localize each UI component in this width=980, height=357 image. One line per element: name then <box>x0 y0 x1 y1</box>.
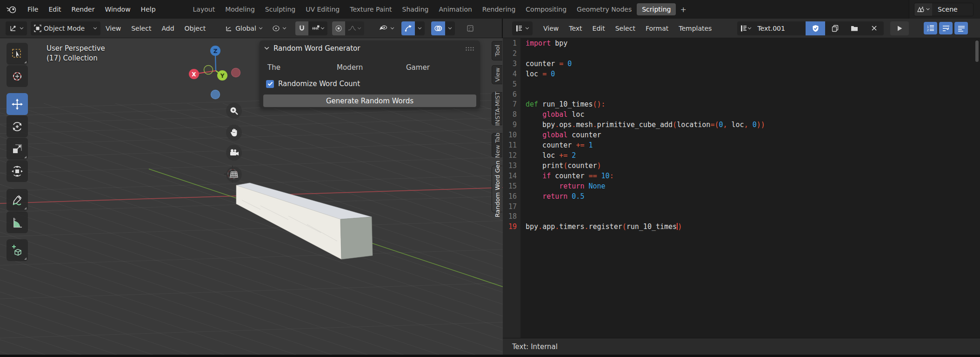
workspace-tab-scripting[interactable]: Scripting <box>637 3 676 15</box>
visibility-dropdown[interactable] <box>375 21 398 35</box>
axis-neg-z-handle[interactable] <box>211 90 220 99</box>
menu-render[interactable]: Render <box>67 6 100 13</box>
show-gizmo-toggle[interactable] <box>401 21 415 35</box>
axis-neg-x-handle[interactable] <box>232 68 240 77</box>
workspace-tab-geometry-nodes[interactable]: Geometry Nodes <box>572 3 637 15</box>
code-line[interactable]: 11 counter += 1 <box>503 141 980 151</box>
code-line[interactable]: 2 <box>503 49 980 59</box>
code-area[interactable]: 1import bpy23counter = 04loc = 0567def r… <box>503 39 980 232</box>
workspace-tab-rendering[interactable]: Rendering <box>477 3 521 15</box>
snap-toggle-button[interactable] <box>295 21 308 35</box>
mode-selector[interactable]: Object Mode <box>31 21 100 35</box>
axis-neg-y-handle[interactable] <box>204 66 213 74</box>
code-line[interactable]: 16 return 0.5 <box>503 192 980 202</box>
text-menu-text[interactable]: Text <box>564 25 587 32</box>
code-line[interactable]: 1import bpy <box>503 39 980 49</box>
workspace-tab-uv-editing[interactable]: UV Editing <box>300 3 345 15</box>
syntax-highlight-toggle[interactable] <box>954 22 968 34</box>
viewport-3d[interactable]: User Perspective (17) Collection <box>0 38 503 355</box>
snap-settings-button[interactable] <box>308 21 327 35</box>
generate-random-words-button[interactable]: Generate Random Words <box>263 94 476 107</box>
code-line[interactable]: 4loc = 0 <box>503 69 980 80</box>
text-name-field[interactable]: Text.001 <box>754 21 806 35</box>
show-overlays-toggle[interactable] <box>431 21 445 35</box>
panel-collapse-chevron-icon[interactable] <box>264 47 269 50</box>
text-menu-view[interactable]: View <box>538 25 564 32</box>
viewport-editor-type-button[interactable] <box>6 21 27 35</box>
viewport-menu-object[interactable]: Object <box>180 25 211 32</box>
blender-logo-icon[interactable] <box>6 4 18 14</box>
scene-selector[interactable]: Scene <box>914 3 973 16</box>
workspace-tab-texture-paint[interactable]: Texture Paint <box>345 3 397 15</box>
proportional-falloff-button[interactable] <box>345 21 364 35</box>
code-line[interactable]: 10 global counter <box>503 130 980 141</box>
text-menu-format[interactable]: Format <box>640 25 673 32</box>
panel-drag-handle[interactable] <box>465 47 474 51</box>
gizmo-settings-button[interactable] <box>415 21 425 35</box>
menu-window[interactable]: Window <box>100 6 135 13</box>
sidebar-tab-random-word-gen[interactable]: Random Word Gen <box>492 166 502 212</box>
text-menu-edit[interactable]: Edit <box>587 25 610 32</box>
workspace-tab-layout[interactable]: Layout <box>188 3 220 15</box>
text-datablock-browse-button[interactable] <box>737 21 754 35</box>
menu-help[interactable]: Help <box>136 6 161 13</box>
overlays-settings-button[interactable] <box>445 21 455 35</box>
workspace-tab-compositing[interactable]: Compositing <box>520 3 572 15</box>
tool-scale[interactable] <box>7 138 28 160</box>
workspace-tab-shading[interactable]: Shading <box>397 3 434 15</box>
sidebar-tab-new-tab[interactable]: New Tab <box>492 133 502 157</box>
viewport-menu-add[interactable]: Add <box>156 25 179 32</box>
scene-name[interactable]: Scene <box>932 3 973 16</box>
scene-icon[interactable] <box>914 3 932 16</box>
tool-cursor[interactable] <box>7 65 28 87</box>
code-line[interactable]: 6 <box>503 90 980 100</box>
tool-select-box[interactable] <box>7 43 28 65</box>
viewport-menu-view[interactable]: View <box>100 25 126 32</box>
tool-annotate[interactable] <box>7 189 28 211</box>
code-line[interactable]: 18 <box>503 212 980 222</box>
code-line[interactable]: 19bpy.app.timers.register(run_10_times) <box>503 222 980 232</box>
code-line[interactable]: 7def run_10_times(): <box>503 100 980 110</box>
code-line[interactable]: 12 loc += 2 <box>503 151 980 161</box>
code-line[interactable]: 13 print(counter) <box>503 161 980 171</box>
open-text-button[interactable] <box>845 21 864 35</box>
tool-move[interactable] <box>7 93 28 115</box>
code-line[interactable]: 5 <box>503 80 980 90</box>
text-editor-type-button[interactable] <box>512 21 533 35</box>
menu-edit[interactable]: Edit <box>43 6 66 13</box>
sidebar-tab-tool[interactable]: Tool <box>492 41 502 61</box>
code-line[interactable]: 14 if counter == 10: <box>503 171 980 182</box>
workspace-tab-animation[interactable]: Animation <box>433 3 477 15</box>
tool-add-cube[interactable] <box>7 239 28 261</box>
zoom-button[interactable] <box>226 103 242 119</box>
word-wrap-toggle[interactable] <box>939 22 953 34</box>
panel-header[interactable]: Random Word Generator <box>260 40 480 53</box>
text-editor-body[interactable]: 1import bpy23counter = 04loc = 0567def r… <box>503 38 980 338</box>
transform-orientation-selector[interactable]: Global <box>222 21 266 35</box>
xray-toggle[interactable] <box>463 21 478 35</box>
add-workspace-button[interactable]: + <box>676 4 690 15</box>
text-editor-scrollbar[interactable] <box>975 40 979 62</box>
text-menu-select[interactable]: Select <box>610 25 640 32</box>
navigation-axis-gizmo[interactable]: Z X Y <box>186 44 247 102</box>
workspace-tab-modeling[interactable]: Modeling <box>220 3 260 15</box>
viewport-menu-select[interactable]: Select <box>126 25 156 32</box>
menu-file[interactable]: File <box>22 6 43 13</box>
register-shield-button[interactable] <box>806 21 825 35</box>
tool-rotate[interactable] <box>7 115 28 137</box>
sidebar-tab-view[interactable]: View <box>492 65 502 84</box>
randomize-word-count-checkbox[interactable] <box>266 80 274 88</box>
code-line[interactable]: 17 <box>503 202 980 212</box>
pivot-point-selector[interactable] <box>269 21 290 35</box>
run-script-button[interactable] <box>890 21 909 35</box>
new-text-button[interactable] <box>825 21 845 35</box>
perspective-toggle-button[interactable] <box>226 167 242 182</box>
sidebar-tab-insta-mist[interactable]: INSTA-MIST <box>492 92 502 125</box>
code-line[interactable]: 3counter = 0 <box>503 59 980 69</box>
code-line[interactable]: 8 global loc <box>503 110 980 120</box>
camera-view-button[interactable] <box>226 145 242 161</box>
tool-measure[interactable] <box>7 211 28 233</box>
text-menu-templates[interactable]: Templates <box>673 25 717 32</box>
pan-hand-button[interactable] <box>226 125 242 141</box>
proportional-edit-toggle[interactable] <box>332 21 345 35</box>
